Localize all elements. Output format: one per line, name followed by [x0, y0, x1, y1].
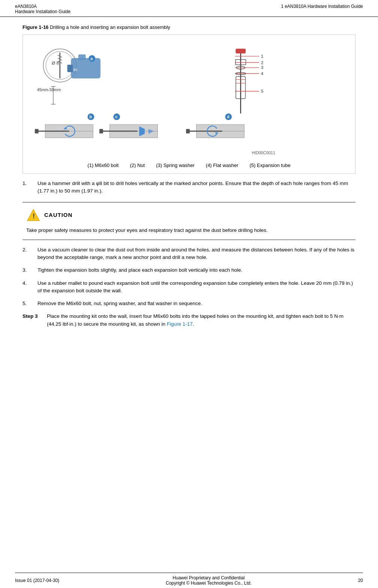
figure-inner: Ø 8 45mm-50mm 90 a [30, 39, 348, 170]
figure-svg: Ø 8 45mm-50mm 90 a [30, 39, 348, 159]
svg-rect-51 [196, 131, 244, 138]
caution-box: ! CAUTION Take proper safety measures to… [22, 202, 356, 240]
svg-rect-50 [196, 125, 244, 131]
svg-text:90: 90 [73, 68, 77, 72]
footer-center: Huawei Proprietary and Confidential Copy… [59, 575, 358, 586]
label-part2: (2) Nut [130, 162, 145, 168]
caution-icon: ! [26, 208, 40, 222]
svg-text:2: 2 [261, 60, 264, 65]
major-step-3: Step 3 Place the mounting kit onto the w… [22, 313, 356, 328]
header-left: eAN3810A Hardware Installation Guide [15, 4, 70, 14]
svg-text:!: ! [33, 212, 35, 220]
svg-text:c: c [115, 114, 117, 119]
figure-box: Ø 8 45mm-50mm 90 a [22, 35, 356, 174]
list-item-4: 4. Use a rubber mallet to pound each exp… [22, 280, 356, 295]
svg-text:HID00C0011: HID00C0011 [252, 150, 275, 155]
list-item-2: 2. Use a vacuum cleaner to clear the dus… [22, 246, 356, 262]
figure-17-link[interactable]: Figure 1-17 [167, 321, 193, 327]
caution-header: ! CAUTION [26, 208, 352, 222]
label-part3: (3) Spring washer [156, 162, 195, 168]
step3-content: Place the mounting kit onto the wall, in… [47, 313, 356, 328]
figure-labels: (1) M6x60 bolt (2) Nut (3) Spring washer… [87, 162, 290, 170]
svg-rect-13 [67, 65, 73, 72]
svg-rect-35 [45, 125, 93, 131]
svg-text:5: 5 [261, 89, 264, 94]
list-item-3: 3. Tighten the expansion bolts slightly,… [22, 266, 356, 274]
page-footer: Issue 01 (2017-04-30) Huawei Proprietary… [0, 573, 378, 588]
figure-illustration: Ø 8 45mm-50mm 90 a [30, 39, 348, 159]
svg-text:d: d [227, 114, 230, 119]
label-part4: (4) Flat washer [206, 162, 238, 168]
svg-rect-36 [45, 131, 93, 138]
step-list: 1. Use a hammer drill with a φ8 bit to d… [22, 180, 356, 195]
svg-text:45mm-50mm: 45mm-50mm [37, 87, 61, 92]
page-content: Figure 1-16 Drilling a hole and insertin… [0, 17, 378, 335]
footer-page: 20 [358, 578, 363, 583]
page-header: eAN3810A Hardware Installation Guide 1 e… [0, 0, 378, 17]
label-part1: (1) M6x60 bolt [87, 162, 118, 168]
svg-rect-45 [99, 129, 103, 134]
label-part5: (5) Expansion tube [250, 162, 291, 168]
svg-text:1: 1 [261, 54, 264, 59]
svg-rect-12 [78, 54, 86, 60]
svg-rect-53 [186, 129, 190, 134]
svg-text:a: a [90, 56, 93, 61]
list-item-1: 1. Use a hammer drill with a φ8 bit to d… [22, 180, 356, 195]
svg-text:b: b [89, 114, 92, 119]
list-item-5: 5. Remove the M6x60 bolt, nut, spring wa… [22, 300, 356, 307]
figure-caption: Figure 1-16 Drilling a hole and insertin… [22, 24, 356, 30]
step-list-2: 2. Use a vacuum cleaner to clear the dus… [22, 246, 356, 308]
svg-text:4: 4 [261, 71, 264, 76]
footer-issue: Issue 01 (2017-04-30) [15, 578, 59, 583]
svg-rect-18 [236, 49, 246, 53]
svg-rect-38 [35, 129, 39, 134]
svg-text:3: 3 [261, 65, 264, 70]
header-right: 1 eAN3810A Hardware Installation Guide [281, 4, 363, 9]
svg-text:Ø 8: Ø 8 [52, 60, 59, 66]
